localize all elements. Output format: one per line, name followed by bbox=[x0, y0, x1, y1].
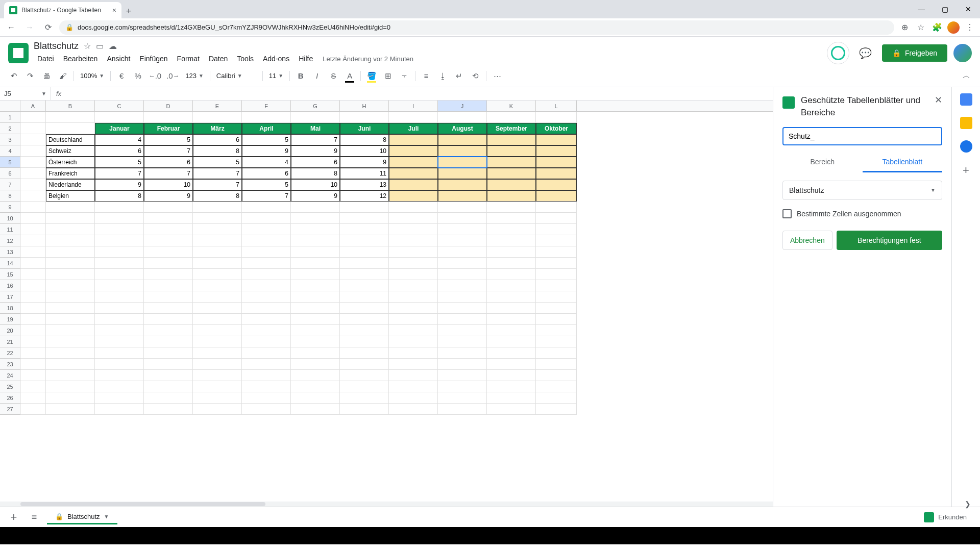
menu-insert[interactable]: Einfügen bbox=[136, 53, 171, 65]
cell-I27[interactable] bbox=[389, 404, 438, 415]
print-button[interactable]: 🖶 bbox=[39, 68, 54, 84]
cell-D15[interactable] bbox=[144, 269, 193, 280]
extensions-icon[interactable]: 🧩 bbox=[931, 21, 943, 34]
cell-E11[interactable] bbox=[193, 224, 242, 235]
cell-D20[interactable] bbox=[144, 325, 193, 336]
cell-E9[interactable] bbox=[193, 202, 242, 213]
cell-A19[interactable] bbox=[20, 314, 46, 325]
borders-button[interactable]: ⊞ bbox=[380, 68, 396, 84]
cell-I20[interactable] bbox=[389, 325, 438, 336]
currency-button[interactable]: € bbox=[114, 68, 129, 84]
description-input[interactable] bbox=[782, 127, 942, 145]
cell-B11[interactable] bbox=[46, 224, 95, 235]
cell-C8[interactable]: 8 bbox=[95, 190, 144, 202]
cell-G25[interactable] bbox=[291, 381, 340, 392]
row-header-12[interactable]: 12 bbox=[0, 235, 20, 246]
bold-button[interactable]: B bbox=[293, 68, 308, 84]
row-header-19[interactable]: 19 bbox=[0, 314, 20, 325]
more-button[interactable]: ⋯ bbox=[489, 68, 505, 84]
cell-B14[interactable] bbox=[46, 258, 95, 269]
cell-D7[interactable]: 10 bbox=[144, 179, 193, 190]
cell-B22[interactable] bbox=[46, 347, 95, 359]
cell-A13[interactable] bbox=[20, 246, 46, 258]
cell-J1[interactable] bbox=[438, 112, 487, 123]
cell-B26[interactable] bbox=[46, 392, 95, 404]
cell-C20[interactable] bbox=[95, 325, 144, 336]
cell-F21[interactable] bbox=[242, 336, 291, 347]
cell-L3[interactable] bbox=[536, 134, 577, 145]
col-header-C[interactable]: C bbox=[95, 101, 144, 111]
cell-E8[interactable]: 8 bbox=[193, 190, 242, 202]
cell-D9[interactable] bbox=[144, 202, 193, 213]
cell-G11[interactable] bbox=[291, 224, 340, 235]
cell-H9[interactable] bbox=[340, 202, 389, 213]
cell-K22[interactable] bbox=[487, 347, 536, 359]
cell-A26[interactable] bbox=[20, 392, 46, 404]
cell-A20[interactable] bbox=[20, 325, 46, 336]
row-header-23[interactable]: 23 bbox=[0, 359, 20, 370]
cell-J20[interactable] bbox=[438, 325, 487, 336]
cell-G26[interactable] bbox=[291, 392, 340, 404]
cell-C2[interactable]: Januar bbox=[95, 123, 144, 134]
cell-C19[interactable] bbox=[95, 314, 144, 325]
col-header-A[interactable]: A bbox=[20, 101, 46, 111]
cell-J13[interactable] bbox=[438, 246, 487, 258]
menu-help[interactable]: Hilfe bbox=[295, 53, 316, 65]
cell-K14[interactable] bbox=[487, 258, 536, 269]
cell-F16[interactable] bbox=[242, 280, 291, 291]
cell-F7[interactable]: 5 bbox=[242, 179, 291, 190]
profile-avatar-small[interactable] bbox=[947, 21, 960, 34]
row-header-5[interactable]: 5 bbox=[0, 157, 20, 168]
cell-K3[interactable] bbox=[487, 134, 536, 145]
cell-G19[interactable] bbox=[291, 314, 340, 325]
cell-F5[interactable]: 4 bbox=[242, 157, 291, 168]
zoom-icon[interactable]: ⊕ bbox=[898, 21, 911, 34]
row-header-22[interactable]: 22 bbox=[0, 347, 20, 359]
cell-G12[interactable] bbox=[291, 235, 340, 246]
cell-C15[interactable] bbox=[95, 269, 144, 280]
cell-K19[interactable] bbox=[487, 314, 536, 325]
cell-I21[interactable] bbox=[389, 336, 438, 347]
decrease-decimal-button[interactable]: ←.0 bbox=[146, 68, 163, 84]
cell-K18[interactable] bbox=[487, 303, 536, 314]
cell-G8[interactable]: 9 bbox=[291, 190, 340, 202]
cell-L22[interactable] bbox=[536, 347, 577, 359]
cell-C22[interactable] bbox=[95, 347, 144, 359]
cell-B24[interactable] bbox=[46, 370, 95, 381]
cell-L11[interactable] bbox=[536, 224, 577, 235]
cell-A24[interactable] bbox=[20, 370, 46, 381]
grammarly-icon[interactable] bbox=[827, 42, 849, 64]
cell-F14[interactable] bbox=[242, 258, 291, 269]
cell-E1[interactable] bbox=[193, 112, 242, 123]
cell-C6[interactable]: 7 bbox=[95, 168, 144, 179]
close-icon[interactable]: ✕ bbox=[935, 94, 942, 106]
wrap-button[interactable]: ↵ bbox=[451, 68, 467, 84]
cell-B10[interactable] bbox=[46, 213, 95, 224]
cell-G6[interactable]: 8 bbox=[291, 168, 340, 179]
cell-J10[interactable] bbox=[438, 213, 487, 224]
cell-J8[interactable] bbox=[438, 190, 487, 202]
cell-A16[interactable] bbox=[20, 280, 46, 291]
cell-A27[interactable] bbox=[20, 404, 46, 415]
cell-A11[interactable] bbox=[20, 224, 46, 235]
cell-C1[interactable] bbox=[95, 112, 144, 123]
merge-button[interactable]: ⫟ bbox=[397, 68, 412, 84]
undo-button[interactable]: ↶ bbox=[6, 68, 21, 84]
cell-E5[interactable]: 5 bbox=[193, 157, 242, 168]
cell-G27[interactable] bbox=[291, 404, 340, 415]
cell-L18[interactable] bbox=[536, 303, 577, 314]
cell-K27[interactable] bbox=[487, 404, 536, 415]
cell-L16[interactable] bbox=[536, 280, 577, 291]
doc-title[interactable]: Blattschutz bbox=[34, 41, 79, 52]
cell-F4[interactable]: 9 bbox=[242, 145, 291, 157]
address-bar[interactable]: 🔒 docs.google.com/spreadsheets/d/1z4GXBe… bbox=[59, 20, 894, 35]
row-header-24[interactable]: 24 bbox=[0, 370, 20, 381]
cell-J6[interactable] bbox=[438, 168, 487, 179]
menu-view[interactable]: Ansicht bbox=[103, 53, 134, 65]
cell-H10[interactable] bbox=[340, 213, 389, 224]
cell-F25[interactable] bbox=[242, 381, 291, 392]
cell-C27[interactable] bbox=[95, 404, 144, 415]
calendar-icon[interactable] bbox=[960, 93, 972, 106]
row-header-21[interactable]: 21 bbox=[0, 336, 20, 347]
add-sheet-button[interactable]: + bbox=[6, 510, 21, 525]
